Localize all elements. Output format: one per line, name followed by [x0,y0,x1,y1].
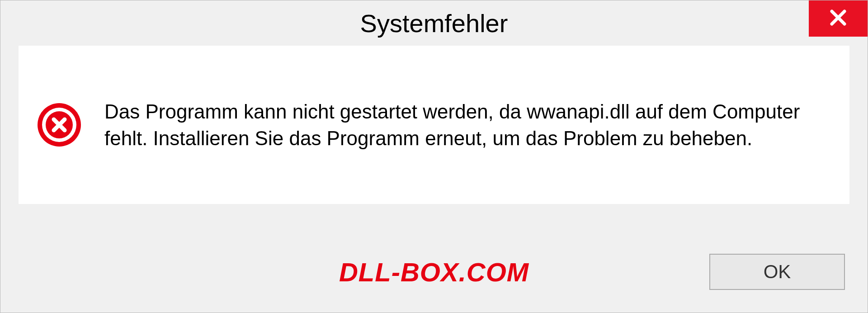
error-icon [37,102,82,147]
watermark-text: DLL-BOX.COM [339,257,529,287]
content-panel: Das Programm kann nicht gestartet werden… [19,46,849,204]
dialog-footer: DLL-BOX.COM OK [0,231,868,313]
error-message: Das Programm kann nicht gestartet werden… [104,98,810,152]
ok-button[interactable]: OK [709,254,845,290]
close-button[interactable] [809,0,868,37]
title-bar: Systemfehler [0,0,868,46]
error-dialog: Systemfehler Das Programm kann nicht ges… [0,0,868,313]
ok-button-label: OK [764,261,791,283]
close-icon [827,7,849,30]
dialog-title: Systemfehler [360,9,508,38]
